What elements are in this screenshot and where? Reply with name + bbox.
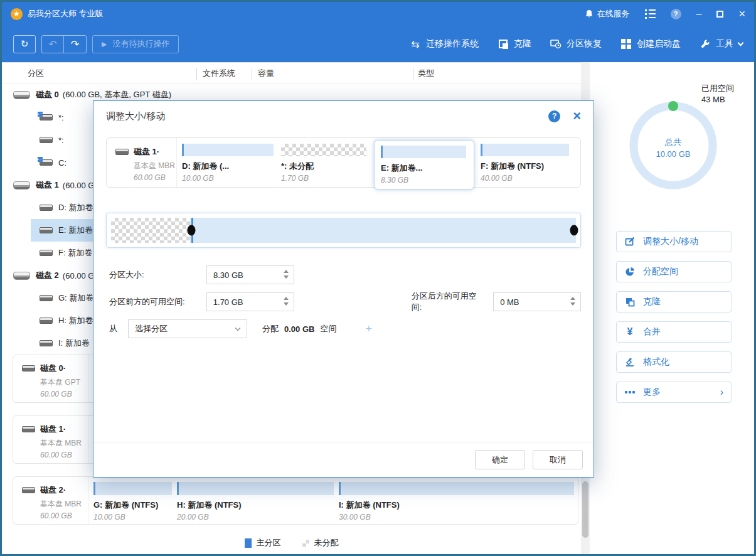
clone-menu-button[interactable]: 克隆 <box>498 38 531 50</box>
spinner-buttons[interactable] <box>284 297 289 306</box>
pending-operations-label: 没有待执行操作 <box>112 38 169 50</box>
disk-icon <box>22 426 35 432</box>
partition-icon <box>40 137 53 143</box>
legend-unallocated-label: 未分配 <box>314 537 339 548</box>
partition-block-h[interactable]: H: 新加卷 (NTFS) 20.00 GB <box>177 482 334 524</box>
dialog-partition-f[interactable]: F: 新加卷 (NTFS) 40.00 GB <box>481 144 577 187</box>
right-resize-handle[interactable] <box>570 225 578 236</box>
partition-block-size: 20.00 GB <box>177 513 334 521</box>
partition-size-input[interactable]: 8.30 GB <box>206 265 294 284</box>
from-partition-value: 选择分区 <box>135 323 168 334</box>
partition-block-size: 10.00 GB <box>93 513 172 521</box>
space-after-value: 0 MB <box>500 297 519 307</box>
merge-button[interactable]: ¥ 合并 <box>616 321 732 343</box>
partition-bar <box>381 146 466 158</box>
disk-icon <box>13 91 30 99</box>
cancel-button[interactable]: 取消 <box>533 450 583 469</box>
partition-label: I: 新加卷 <box>58 338 90 349</box>
partition-block-g[interactable]: G: 新加卷 (NTFS) 10.00 GB <box>93 482 172 524</box>
format-label: 格式化 <box>643 356 669 368</box>
unallocated-swatch <box>302 540 309 547</box>
partition-recovery-label: 分区恢复 <box>567 38 602 50</box>
partition-block-size: 10.00 GB <box>182 174 274 183</box>
disk2-card[interactable]: 磁盘 2· 基本盘 MBR 60.00 GB G: 新加卷 (NTFS) 10.… <box>13 476 578 525</box>
partition-block-size: 40.00 GB <box>481 174 569 183</box>
ok-button[interactable]: 确定 <box>475 450 525 469</box>
merge-label: 合并 <box>643 326 661 338</box>
app-window: ★ 易我分区大师 专业版 在线服务 ? – × ↻ ↶ ↷ ▶ 没有待执行操作 <box>0 0 756 556</box>
slider-unallocated-region <box>111 218 190 243</box>
partition-block-i[interactable]: I: 新加卷 (NTFS) 30.00 GB <box>339 482 574 524</box>
spinner-buttons[interactable] <box>570 297 575 306</box>
merge-icon: ¥ <box>624 326 636 338</box>
partition-block-size: 8.30 GB <box>381 176 466 184</box>
dialog-partition-unallocated[interactable]: *: 未分配 1.70 GB <box>281 144 374 187</box>
operations-list-icon[interactable] <box>645 9 656 19</box>
dialog-disk-size: 60.00 GB <box>134 173 176 182</box>
migrate-os-button[interactable]: ⇆ 迁移操作系统 <box>410 38 479 50</box>
resize-slider[interactable] <box>106 213 581 248</box>
redo-button[interactable]: ↷ <box>64 36 86 53</box>
allocate-space-label: 分配空间 <box>643 266 678 277</box>
format-button[interactable]: 格式化 <box>616 351 732 373</box>
resize-move-button[interactable]: 调整大小/移动 <box>616 231 732 252</box>
disk-card-type: 基本盘 MBR <box>40 499 88 510</box>
tools-button[interactable]: 工具 <box>700 38 743 50</box>
partition-recovery-button[interactable]: 分区恢复 <box>550 38 602 50</box>
partition-size-value: 8.30 GB <box>213 270 243 280</box>
space-before-input[interactable]: 1.70 GB <box>206 292 294 311</box>
allocate-space-button[interactable]: 分配空间 <box>616 261 732 282</box>
undo-button[interactable]: ↶ <box>42 36 64 53</box>
clone-action-icon <box>624 297 636 307</box>
space-after-input[interactable]: 0 MB <box>493 292 581 311</box>
donut-center-label: 总共 10.00 GB <box>620 136 727 160</box>
online-service-label: 在线服务 <box>597 8 630 19</box>
from-partition-select[interactable]: 选择分区 <box>128 319 247 338</box>
partition-recovery-icon <box>550 39 562 49</box>
column-filesystem: 文件系统 <box>203 68 235 79</box>
create-bootable-button[interactable]: 创建启动盘 <box>620 38 681 50</box>
pending-operations-button[interactable]: ▶ 没有待执行操作 <box>92 35 179 53</box>
partition-label: G: 新加卷 <box>58 292 93 304</box>
disk-card-size: 60.00 GB <box>40 511 88 520</box>
disk-card-size: 60.00 GB <box>40 390 88 398</box>
column-partition: 分区 <box>28 68 44 79</box>
dialog-close-icon[interactable]: × <box>573 110 581 122</box>
close-button[interactable]: × <box>738 9 745 18</box>
clone-action-button[interactable]: 克隆 <box>616 291 732 313</box>
partition-icon <box>40 114 53 120</box>
dialog-partition-d[interactable]: D: 新加卷 (... 10.00 GB <box>182 144 281 187</box>
more-button[interactable]: 更多 › <box>616 382 732 403</box>
partition-label: H: 新加卷 <box>58 315 93 326</box>
left-resize-handle[interactable] <box>188 225 196 236</box>
bootable-disk-icon <box>620 39 632 49</box>
dialog-help-icon[interactable]: ? <box>548 110 560 122</box>
partition-block-size: 1.70 GB <box>281 174 366 183</box>
tools-label: 工具 <box>716 38 733 50</box>
disk-label: 磁盘 0 <box>36 89 59 100</box>
disk-card-name: 磁盘 0· <box>40 363 66 374</box>
online-service-button[interactable]: 在线服务 <box>585 8 630 19</box>
column-divider <box>413 68 413 80</box>
spinner-buttons[interactable] <box>284 270 289 279</box>
disk-icon <box>13 272 30 280</box>
plus-icon[interactable]: + <box>365 323 372 336</box>
resize-move-label: 调整大小/移动 <box>643 236 698 247</box>
side-panel: 已用空间 43 MB 总共 10.00 GB 调整大小/移动 <box>590 62 754 555</box>
legend: 主分区 未分配 <box>2 537 581 548</box>
disk-icon <box>22 487 35 493</box>
allocate-suffix: 空间 <box>320 323 336 334</box>
maximize-button[interactable] <box>716 11 723 18</box>
disk-card-size: 60.00 GB <box>40 451 88 459</box>
unallocated-bar <box>281 144 366 156</box>
help-icon[interactable]: ? <box>671 9 681 19</box>
partition-bar <box>481 144 569 156</box>
scrollbar-thumb[interactable] <box>582 481 588 538</box>
partition-bar <box>182 144 274 156</box>
migrate-os-label: 迁移操作系统 <box>426 38 479 50</box>
dialog-partition-e-selected[interactable]: E: 新加卷... 8.30 GB <box>374 140 474 190</box>
disk-card-name: 磁盘 1· <box>40 424 66 435</box>
minimize-button[interactable]: – <box>696 9 702 18</box>
partition-size-label: 分区大小: <box>109 269 206 281</box>
refresh-button[interactable]: ↻ <box>13 35 36 53</box>
